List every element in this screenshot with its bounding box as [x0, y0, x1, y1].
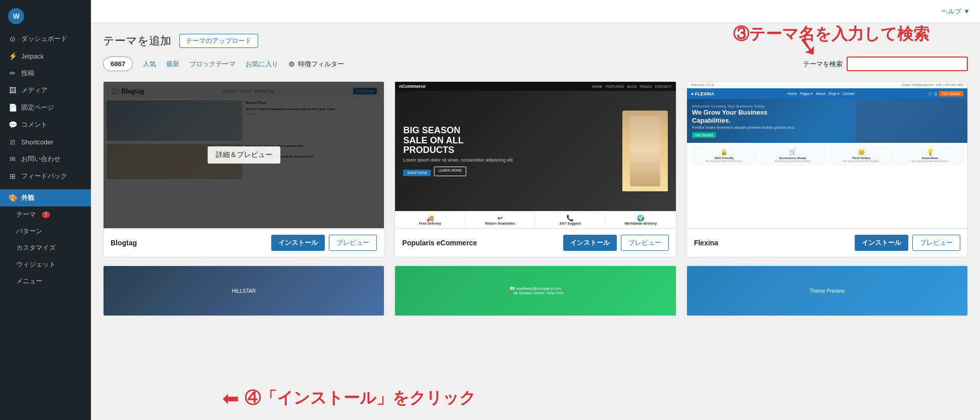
sidebar-item-label: フィードバック [21, 172, 67, 181]
ecom-logo-text: nCommerce [399, 84, 425, 89]
ecommerce-icon: 🛒 [761, 148, 824, 155]
upload-theme-button[interactable]: テーマのアップロード [179, 34, 258, 48]
blogtag-actions: インストール プレビュー [271, 235, 377, 251]
feedback-icon: ⊞ [8, 172, 17, 181]
sidebar-item-contact[interactable]: ✉ お問い合わせ [0, 150, 91, 168]
flexina-actions: インストール プレビュー [855, 235, 960, 251]
posts-icon: ✏ [8, 69, 17, 78]
topbar: ヘルプ ▼ [91, 0, 980, 23]
sidebar-item-customize[interactable]: カスタマイズ [0, 240, 91, 256]
blogtag-name: Blogtag [111, 239, 137, 247]
filter-latest[interactable]: 最新 [166, 60, 179, 69]
seo-desc: We always provide best Solution. [693, 160, 756, 163]
flexina-hero-btn: Get Started [692, 132, 716, 138]
second-card-2: 📧 needhelp@company.com 📍 60 Golden Stree… [395, 266, 676, 316]
sidebar-item-appearance[interactable]: 🎨 外観 [0, 189, 91, 206]
sidebar-item-label: 投稿 [21, 69, 34, 78]
sidebar-item-label: Jetpack [21, 52, 44, 60]
sidebar-item-label: お問い合わせ [21, 154, 61, 164]
comments-icon: 💬 [8, 120, 17, 129]
theme-search-input[interactable] [847, 57, 968, 71]
sidebar-item-label: コメント [21, 120, 47, 129]
second-card-1: HILLSTAR [103, 266, 384, 316]
seo-icon: 🔒 [693, 148, 756, 155]
filter-block-themes[interactable]: ブロックテーマ [189, 60, 235, 69]
contact-icon: ✉ [8, 154, 17, 164]
help-arrow-icon: ▼ [963, 8, 970, 15]
popularis-footer: Popularis eCommerce インストール プレビュー [395, 228, 675, 257]
sidebar: W ⊙ ダッシュボード ⚡ Jetpack ✏ 投稿 🖼 メディア 📄 固定ペー… [0, 0, 91, 420]
blue-preview: Theme Preview [687, 266, 967, 316]
popularis-name: Popularis eCommerce [402, 239, 477, 247]
content-area: ③テーマ名を入力して検索 ➘ テーマを追加 テーマのアップロード 6867 人気… [91, 23, 980, 420]
sidebar-item-label: 固定ページ [21, 103, 54, 112]
second-row-themes: HILLSTAR 📧 needhelp@company.com 📍 60 Gol… [103, 266, 968, 316]
customize-label: カスタマイズ [16, 244, 56, 252]
blogtag-footer: Blogtag インストール プレビュー [104, 228, 384, 257]
flexina-install-button[interactable]: インストール [855, 235, 908, 251]
ideas-icon: 💡 [899, 148, 961, 155]
blogtag-install-button[interactable]: インストール [271, 235, 325, 251]
sidebar-item-themes[interactable]: テーマ 7 [0, 206, 91, 223]
popularis-install-button[interactable]: インストール [563, 235, 617, 251]
jetpack-icon: ⚡ [8, 51, 17, 61]
flexina-cta: Get Started [939, 91, 963, 96]
sidebar-item-patterns[interactable]: パターン [0, 223, 91, 240]
sidebar-item-feedback[interactable]: ⊞ フィードバック [0, 168, 91, 185]
feature-ecommerce: 🛒 Ecommerce Ready We always provide best… [759, 146, 826, 165]
pixel-desc: We always provide best Solution. [830, 160, 893, 163]
flexina-footer: Flexina インストール プレビュー [687, 228, 967, 257]
filter-bar: 6867 人気 最新 ブロックテーマ お気に入り ⚙ 特徴フィルター テーマを検… [103, 57, 968, 71]
sidebar-item-label: ダッシュボード [21, 34, 67, 43]
flexina-preview-button[interactable]: プレビュー [912, 235, 960, 251]
feature-filter-button[interactable]: ⚙ 特徴フィルター [288, 60, 344, 69]
sidebar-item-dashboard[interactable]: ⊙ ダッシュボード [0, 30, 91, 47]
media-icon: 🖼 [8, 86, 17, 95]
filter-favorites[interactable]: お気に入り [246, 60, 278, 69]
hillstar-label: HILLSTAR [232, 288, 256, 294]
popularis-preview-button[interactable]: プレビュー [621, 235, 669, 251]
blogtag-preview: 📰 Blogtag LifestyleTravelRecent Page Sub… [104, 82, 384, 228]
blogtag-overlay: 詳細＆プレビュー [104, 82, 384, 228]
flexina-hero: Welcome! Growing Your Business Today We … [687, 99, 967, 143]
sidebar-item-pages[interactable]: 📄 固定ページ [0, 99, 91, 116]
help-button[interactable]: ヘルプ ▼ [942, 7, 970, 16]
flexina-nav: HomePages ▾AboutShop ▾Contact [788, 92, 855, 96]
main-content: ヘルプ ▼ ③テーマ名を入力して検索 ➘ テーマを追加 テーマのアップロード 6… [91, 0, 980, 420]
flexina-logo: ● FLEXINA [691, 91, 714, 96]
detail-preview-button[interactable]: 詳細＆プレビュー [208, 146, 280, 164]
ecom-nav: HOMEFEATURESBLOGPAGESCONTACT [592, 85, 671, 88]
gear-icon: ⚙ [288, 60, 295, 68]
theme-card-blogtag: 📰 Blogtag LifestyleTravelRecent Page Sub… [103, 81, 384, 257]
blogtag-preview-button[interactable]: プレビュー [329, 235, 377, 251]
shortcoder-icon: [/] [8, 137, 17, 146]
sidebar-item-shortcoder[interactable]: [/] Shortcoder [0, 133, 91, 150]
blue-preview-label: Theme Preview [810, 288, 845, 294]
theme-card-popularis: nCommerce HOMEFEATURESBLOGPAGESCONTACT B… [395, 81, 676, 257]
sidebar-item-posts[interactable]: ✏ 投稿 [0, 65, 91, 82]
popularis-preview: nCommerce HOMEFEATURESBLOGPAGESCONTACT B… [395, 82, 675, 228]
sidebar-item-label: 外観 [21, 193, 34, 202]
second-card-3: Theme Preview [687, 266, 968, 316]
themes-badge: 7 [42, 212, 50, 218]
sidebar-item-media[interactable]: 🖼 メディア [0, 82, 91, 99]
sidebar-item-comments[interactable]: 💬 コメント [0, 116, 91, 133]
pages-icon: 📄 [8, 103, 17, 112]
themes-label: テーマ [16, 211, 36, 219]
page-title: テーマを追加 [103, 33, 171, 48]
theme-card-flexina: Follow Us: f t y in Email: info@gmail.co… [687, 81, 968, 257]
sidebar-item-jetpack[interactable]: ⚡ Jetpack [0, 47, 91, 65]
flexina-preview: Follow Us: f t y in Email: info@gmail.co… [687, 82, 967, 228]
page-header: テーマを追加 テーマのアップロード [103, 33, 968, 48]
popularis-actions: インストール プレビュー [563, 235, 669, 251]
sidebar-item-menus[interactable]: メニュー [0, 273, 91, 290]
feature-ideas: 💡 Great Ideas We always provide best Sol… [897, 146, 963, 165]
appearance-icon: 🎨 [8, 193, 17, 202]
flexina-topbar: Follow Us: f t y in Email: info@gmail.co… [687, 82, 967, 88]
sidebar-item-widgets[interactable]: ウィジェット [0, 256, 91, 273]
wp-logo-icon: W [8, 8, 24, 24]
step4-arrow-icon: ⬅ [222, 387, 239, 410]
filter-popular[interactable]: 人気 [143, 60, 156, 69]
flexina-header: ● FLEXINA HomePages ▾AboutShop ▾Contact … [687, 88, 967, 99]
sidebar-divider [0, 187, 91, 187]
